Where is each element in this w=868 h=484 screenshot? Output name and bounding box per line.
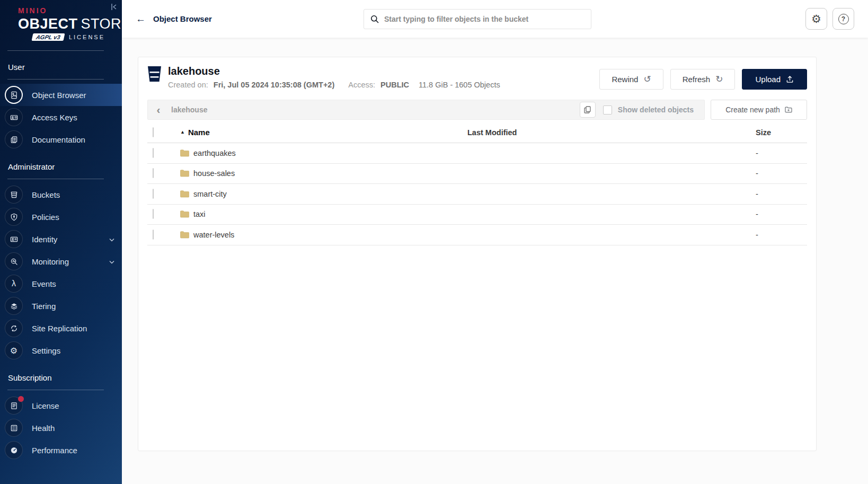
license-line: AGPL v3 LICENSE xyxy=(18,33,122,41)
sidebar-item-tiering[interactable]: Tiering xyxy=(0,295,122,317)
settings-button[interactable]: ⚙ xyxy=(805,8,827,30)
sidebar-item-access-keys[interactable]: Access Keys xyxy=(0,106,122,128)
app-root: MINIO OBJECTSTORE AGPL v3 LICENSE User O… xyxy=(0,0,868,484)
section-administrator: Administrator Buckets Policies Identity xyxy=(0,159,122,362)
upload-icon xyxy=(786,75,794,83)
logo-divider xyxy=(7,50,104,51)
folder-icon xyxy=(180,210,189,218)
site-replication-icon xyxy=(5,319,23,337)
folder-icon xyxy=(180,190,189,198)
table-row[interactable]: water-levels - xyxy=(147,225,807,245)
agpl-badge: AGPL v3 xyxy=(32,33,65,41)
column-header-size[interactable]: Size xyxy=(756,128,807,137)
help-button[interactable]: ? xyxy=(832,8,854,30)
object-store-wordmark: OBJECTSTORE xyxy=(18,16,122,32)
buckets-icon xyxy=(5,186,23,204)
section-label-user: User xyxy=(0,59,122,77)
rewind-icon: ↺ xyxy=(643,74,651,85)
sidebar-item-object-browser[interactable]: Object Browser xyxy=(0,84,122,106)
sort-asc-icon[interactable]: ▲ xyxy=(180,129,185,135)
health-icon xyxy=(5,419,23,437)
folder-icon xyxy=(180,231,189,239)
license-icon xyxy=(5,397,23,415)
sidebar-item-monitoring[interactable]: Monitoring xyxy=(0,250,122,272)
sidebar-item-identity[interactable]: Identity xyxy=(0,228,122,250)
row-checkbox[interactable] xyxy=(153,209,154,219)
logo: MINIO OBJECTSTORE AGPL v3 LICENSE xyxy=(0,0,122,48)
bucket-stats: 11.8 GiB - 1605 Objects xyxy=(419,81,500,89)
chevron-down-icon[interactable] xyxy=(109,234,114,244)
access-keys-icon xyxy=(5,108,23,126)
copy-path-button[interactable] xyxy=(580,102,596,118)
sidebar-collapse-icon[interactable] xyxy=(110,3,118,13)
sidebar: MINIO OBJECTSTORE AGPL v3 LICENSE User O… xyxy=(0,0,122,484)
help-icon: ? xyxy=(838,14,849,24)
table-header-row: ▲ Name Last Modified Size xyxy=(147,122,807,143)
column-header-last-modified[interactable]: Last Modified xyxy=(467,128,756,137)
refresh-button[interactable]: Refresh ↻ xyxy=(670,69,736,90)
sidebar-item-buckets[interactable]: Buckets xyxy=(0,183,122,206)
objects-table: ▲ Name Last Modified Size earthquakes xyxy=(147,122,807,245)
object-filter-searchbox xyxy=(364,9,591,29)
path-back-chevron-icon[interactable]: ‹ xyxy=(148,103,169,116)
row-checkbox[interactable] xyxy=(153,230,154,240)
current-path: lakehouse xyxy=(169,105,580,114)
column-header-name[interactable]: Name xyxy=(188,128,210,137)
sidebar-item-site-replication[interactable]: Site Replication xyxy=(0,317,122,339)
show-deleted-checkbox[interactable] xyxy=(603,105,612,115)
search-icon xyxy=(370,15,379,23)
created-label: Created on: xyxy=(168,81,208,89)
top-header: ← Object Browser ⚙ ? xyxy=(122,0,868,38)
upload-button[interactable]: Upload xyxy=(742,69,807,90)
sidebar-item-performance[interactable]: Performance xyxy=(0,439,122,461)
refresh-icon: ↻ xyxy=(715,74,723,85)
path-toolbar: ‹ lakehouse Show deleted objects Create … xyxy=(147,100,807,120)
back-arrow-icon[interactable]: ← xyxy=(136,13,146,25)
license-alert-dot xyxy=(18,396,24,402)
page-title: Object Browser xyxy=(153,14,212,23)
sidebar-item-license[interactable]: License xyxy=(0,394,122,417)
row-checkbox[interactable] xyxy=(153,148,154,158)
monitoring-icon xyxy=(5,252,23,270)
select-all-checkbox[interactable] xyxy=(153,127,154,137)
sidebar-item-documentation[interactable]: Documentation xyxy=(0,128,122,151)
bucket-meta: Created on: Fri, Jul 05 2024 10:35:08 (G… xyxy=(168,81,500,89)
bucket-header: lakehouse Created on: Fri, Jul 05 2024 1… xyxy=(147,65,807,90)
minio-brand: MINIO xyxy=(18,6,122,15)
bucket-icon xyxy=(147,66,162,84)
access-label: Access: xyxy=(348,81,375,89)
create-new-path-button[interactable]: Create new path xyxy=(711,100,807,120)
table-row[interactable]: house-sales - xyxy=(147,164,807,184)
access-value[interactable]: PUBLIC xyxy=(380,81,409,89)
documentation-icon xyxy=(5,130,23,148)
tiering-icon xyxy=(5,297,23,315)
table-row[interactable]: taxi - xyxy=(147,205,807,225)
bucket-name: lakehouse xyxy=(168,65,500,77)
section-user: User Object Browser Access Keys Document… xyxy=(0,59,122,151)
row-checkbox[interactable] xyxy=(153,168,154,178)
object-browser-icon xyxy=(5,86,23,104)
search-input[interactable] xyxy=(384,15,584,23)
copy-icon xyxy=(584,106,591,113)
sidebar-item-events[interactable]: λ Events xyxy=(0,272,122,295)
table-row[interactable]: smart-city - xyxy=(147,184,807,205)
folder-icon xyxy=(180,149,189,157)
events-icon: λ xyxy=(5,275,23,293)
rewind-button[interactable]: Rewind ↺ xyxy=(599,69,663,90)
folder-icon xyxy=(180,170,189,177)
chevron-down-icon[interactable] xyxy=(109,257,114,266)
content-area: lakehouse Created on: Fri, Jul 05 2024 1… xyxy=(122,38,868,484)
row-checkbox[interactable] xyxy=(153,189,154,199)
sidebar-item-policies[interactable]: Policies xyxy=(0,206,122,228)
show-deleted-toggle[interactable]: Show deleted objects xyxy=(603,105,704,115)
policies-icon xyxy=(5,208,23,226)
section-subscription: Subscription License Health Performa xyxy=(0,370,122,461)
sidebar-item-settings[interactable]: ⚙ Settings xyxy=(0,339,122,362)
section-label-subscription: Subscription xyxy=(0,370,122,388)
gear-icon: ⚙ xyxy=(811,13,821,24)
performance-icon xyxy=(5,441,23,459)
table-row[interactable]: earthquakes - xyxy=(147,143,807,164)
created-value: Fri, Jul 05 2024 10:35:08 (GMT+2) xyxy=(214,81,334,89)
identity-icon xyxy=(5,230,23,248)
sidebar-item-health[interactable]: Health xyxy=(0,417,122,439)
